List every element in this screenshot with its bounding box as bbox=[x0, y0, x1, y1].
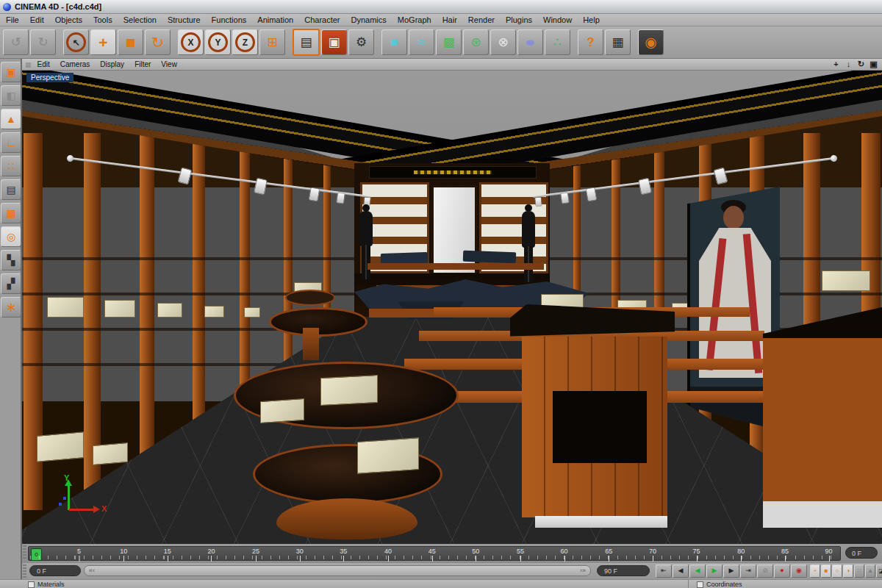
texture-axis-mode-icon: ▞ bbox=[7, 279, 15, 289]
viewport-rotate-icon[interactable]: ↻ bbox=[856, 60, 867, 69]
key-selection-button[interactable]: ◪ bbox=[876, 564, 882, 578]
end-frame-field[interactable]: 90 F bbox=[597, 565, 650, 576]
menu-selection[interactable]: Selection bbox=[123, 15, 157, 24]
axis-mode-button[interactable]: ∟ bbox=[1, 132, 21, 153]
viewport-menu-cameras[interactable]: Cameras bbox=[60, 60, 90, 68]
coordinates-panel-header[interactable]: Coordinates bbox=[697, 580, 742, 588]
menu-help[interactable]: Help bbox=[583, 15, 600, 24]
window-titlebar[interactable]: CINEMA 4D - [c4d.c4d] bbox=[0, 0, 882, 14]
snap-mode-button[interactable]: ∗ bbox=[1, 297, 21, 318]
add-environment-button[interactable]: ● bbox=[517, 29, 543, 55]
key-parameter-button[interactable]: ◑ bbox=[843, 564, 853, 578]
live-selection-button[interactable]: ↖ bbox=[63, 29, 89, 55]
menu-dynamics[interactable]: Dynamics bbox=[351, 15, 387, 24]
goto-end-button[interactable]: ⇥ bbox=[740, 564, 756, 578]
menu-objects[interactable]: Objects bbox=[55, 15, 82, 24]
texture-axis-mode-button[interactable]: ▞ bbox=[1, 273, 21, 294]
viewport-zoom-icon[interactable]: ↓ bbox=[843, 60, 854, 69]
main-menubar: File Edit Objects Tools Selection Struct… bbox=[0, 14, 882, 26]
viewport-menu-view[interactable]: View bbox=[161, 60, 177, 68]
polygons-mode-button[interactable]: ▦ bbox=[1, 203, 21, 223]
key-rotation-button[interactable]: ○ bbox=[832, 564, 842, 578]
edges-mode-button[interactable]: ▤ bbox=[1, 179, 21, 200]
timeline-frame-box[interactable]: 0 F bbox=[845, 547, 878, 559]
viewport-pan-icon[interactable]: + bbox=[831, 60, 842, 69]
help-button[interactable]: ? bbox=[578, 29, 603, 55]
live-selection-icon: ↖ bbox=[66, 32, 86, 52]
move-tool-button[interactable]: + bbox=[90, 29, 116, 55]
timeline-tick: 55 bbox=[517, 548, 524, 555]
menu-hair[interactable]: Hair bbox=[442, 15, 457, 24]
lock-x-button[interactable]: X bbox=[178, 29, 204, 55]
texture-mode-button[interactable]: ▚ bbox=[1, 250, 21, 270]
make-editable-button[interactable]: ▣ bbox=[1, 62, 21, 82]
timeline-tick: 35 bbox=[340, 548, 347, 555]
frame-next-button[interactable]: ▶ bbox=[723, 564, 739, 578]
transport-grip[interactable] bbox=[23, 564, 26, 578]
lock-z-button[interactable]: Z bbox=[232, 29, 258, 55]
range-right-arrows: ›» bbox=[580, 567, 586, 574]
viewport-menu-display[interactable]: Display bbox=[100, 60, 124, 68]
timeline-range-slider[interactable]: «‹ ›» bbox=[84, 565, 591, 576]
timeline-tick: 5 bbox=[77, 548, 81, 555]
redo-button[interactable]: ↻ bbox=[30, 29, 56, 55]
lock-y-button[interactable]: Y bbox=[205, 29, 231, 55]
timeline-tick: 80 bbox=[737, 548, 745, 555]
add-cube-button[interactable]: ■ bbox=[381, 29, 407, 55]
viewport-menu-filter[interactable]: Filter bbox=[135, 60, 151, 68]
add-particles-button[interactable]: ∴ bbox=[545, 29, 570, 55]
add-generator-button[interactable]: ▩ bbox=[436, 29, 462, 55]
materials-panel-header[interactable]: Materials bbox=[28, 580, 65, 588]
menu-render[interactable]: Render bbox=[468, 15, 495, 24]
viewport-label[interactable]: Perspective bbox=[26, 73, 74, 82]
frame-previous-button[interactable]: ◀ bbox=[673, 564, 689, 578]
add-mograph-button[interactable]: ⊛ bbox=[463, 29, 489, 55]
viewport-menu-edit[interactable]: Edit bbox=[37, 60, 50, 68]
add-spline-button[interactable]: ≈ bbox=[409, 29, 434, 55]
start-frame-field[interactable]: 0 F bbox=[29, 565, 81, 576]
menu-structure[interactable]: Structure bbox=[168, 15, 201, 24]
menu-window[interactable]: Window bbox=[543, 15, 572, 24]
net-render-button[interactable]: ◉ bbox=[638, 29, 664, 55]
key-position-button[interactable]: + bbox=[810, 564, 820, 578]
undo-button[interactable]: ↺ bbox=[3, 29, 29, 55]
model-mode-button[interactable]: ◧ bbox=[1, 85, 21, 106]
viewport-canvas[interactable]: Y X Perspective bbox=[22, 71, 882, 544]
play-backwards-button[interactable]: ◀ bbox=[689, 564, 706, 578]
key-scale-button[interactable]: ■ bbox=[821, 564, 831, 578]
menu-character[interactable]: Character bbox=[304, 15, 340, 24]
play-forwards-button[interactable]: ▶ bbox=[706, 564, 723, 578]
key-filter-button[interactable]: ▲ bbox=[865, 564, 875, 578]
timeline-track[interactable]: 5 10 15 20 25 30 35 40 45 50 55 60 65 70… bbox=[28, 546, 841, 561]
menu-edit[interactable]: Edit bbox=[30, 15, 44, 24]
points-mode-button[interactable]: ∷ bbox=[1, 156, 21, 176]
record-keyframe-button[interactable]: ● bbox=[774, 564, 790, 578]
model-mode-icon: ◧ bbox=[6, 90, 15, 101]
menu-animation[interactable]: Animation bbox=[257, 15, 293, 24]
menu-plugins[interactable]: Plugins bbox=[506, 15, 532, 24]
tweak-mode-button[interactable]: ◎ bbox=[1, 226, 21, 247]
render-settings-button[interactable]: ⚙ bbox=[348, 29, 374, 55]
rotate-tool-button[interactable]: ↻ bbox=[145, 29, 171, 55]
object-mode-button[interactable]: ▲ bbox=[1, 109, 21, 129]
scale-tool-button[interactable]: ◼ bbox=[118, 29, 143, 55]
ruler-grip[interactable] bbox=[23, 545, 26, 559]
autokey-off-button[interactable]: ⊘ bbox=[757, 564, 773, 578]
goto-start-button[interactable]: ⇤ bbox=[656, 564, 672, 578]
menu-tools[interactable]: Tools bbox=[93, 15, 112, 24]
timeline-tick: 15 bbox=[164, 548, 171, 555]
content-browser-button[interactable]: ▦ bbox=[605, 29, 631, 55]
coordinate-system-button[interactable]: ⊞ bbox=[259, 29, 285, 55]
render-view-button[interactable]: ▤ bbox=[293, 29, 320, 56]
rotate-icon: ↻ bbox=[151, 35, 165, 50]
add-deformer-button[interactable]: ⊗ bbox=[490, 29, 516, 55]
timeline-playhead[interactable]: 0 bbox=[31, 548, 42, 561]
autokey-button[interactable]: ◉ bbox=[791, 564, 807, 578]
menu-mograph[interactable]: MoGraph bbox=[398, 15, 431, 24]
timeline-tick: 30 bbox=[296, 548, 304, 555]
viewport-toggle-icon[interactable]: ▣ bbox=[868, 60, 879, 69]
menu-file[interactable]: File bbox=[6, 15, 19, 24]
render-picture-viewer-button[interactable]: ▣ bbox=[321, 29, 347, 55]
key-pla-button[interactable]: ∷ bbox=[854, 564, 864, 578]
menu-functions[interactable]: Functions bbox=[212, 15, 247, 24]
